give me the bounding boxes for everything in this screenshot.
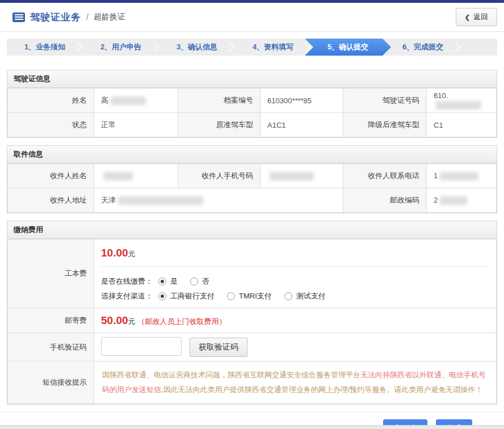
sms-tip-content: 因陕西省联通、电信运营商技术问题，陕西省互联网交通安全综合服务管理平台无法向持陕…: [94, 361, 497, 404]
step-wizard: 1、业务须知 2、用户申告 3、确认信息 4、资料填写 5、确认提交 6、完成提…: [7, 39, 497, 56]
payment-options: 是否在线缴费： 是 否 选择支付渠道：: [101, 267, 489, 308]
sms-tip-text: 因陕西省联通、电信运营商技术问题，陕西省互联网交通安全综合服务管理平台无法向持陕…: [101, 361, 489, 403]
list-icon: [12, 12, 25, 22]
work-fee-amount: 10.00元: [101, 239, 489, 267]
payment-section-title: 缴纳费用: [7, 221, 497, 239]
page-title: 驾驶证业务: [30, 11, 81, 24]
channel-test-option[interactable]: 测试支付: [284, 291, 326, 301]
original-class-label: 原准驾车型: [178, 113, 261, 137]
redacted-value: [440, 172, 478, 180]
chevron-left-icon: ❮: [465, 14, 470, 21]
downgraded-class-value: C1: [427, 113, 497, 137]
table-row: 姓名 高 档案编号 610300****85 驾驶证号码 610.: [8, 89, 497, 113]
online-pay-yes-label: 是: [170, 276, 178, 287]
breadcrumb-current: 超龄换证: [94, 12, 125, 22]
redacted-value: [103, 172, 133, 180]
step-3-confirm-info[interactable]: 3、确认信息: [159, 39, 235, 56]
channel-tmri-option[interactable]: TMRI支付: [227, 291, 272, 301]
page: 驾驶证业务 / 超龄换证 ❮ 返回 1、业务须知 2、用户申告 3、确认信息 4…: [0, 0, 504, 429]
channel-tmri-label: TMRI支付: [239, 291, 272, 301]
pay-channel-question: 选择支付渠道：: [101, 291, 153, 301]
bottom-strip: [0, 425, 504, 429]
sms-tip-segment-3: 因此无法向此类用户提供陕西省交通管理业务的网上办理/预约等服务。请此类用户避免无…: [163, 385, 483, 394]
name-label: 姓名: [8, 89, 94, 113]
table-row: 收件人姓名 收件人手机号码 收件人联系电话 1: [8, 164, 497, 188]
license-number-value: 610.: [427, 89, 497, 113]
postcode-value: 2: [427, 188, 497, 213]
recipient-phone-text: 1: [434, 171, 438, 180]
file-number-label: 档案编号: [178, 89, 261, 113]
table-row: 状态 正常 原准驾车型 A1C1 降级后准驾车型 C1: [8, 113, 497, 137]
redacted-value: [118, 196, 203, 205]
recipient-address-text: 天津: [101, 196, 116, 204]
status-label: 状态: [8, 113, 94, 137]
name-value: 高: [94, 89, 178, 113]
license-info-table: 姓名 高 档案编号 610300****85 驾驶证号码 610. 状态 正常 …: [7, 88, 497, 137]
recipient-mobile-label: 收件人手机号码: [178, 164, 261, 188]
downgraded-class-label: 降级后准驾车型: [343, 113, 427, 137]
radio-unchecked-icon[interactable]: [190, 277, 198, 285]
mail-fee-row: 邮寄费 50.00元（邮政人员上门收取费用）: [8, 308, 497, 333]
pickup-info-title: 取件信息: [7, 146, 497, 163]
radio-checked-icon[interactable]: [158, 292, 166, 300]
recipient-mobile-value: [261, 164, 343, 188]
step-5-confirm-submit-active[interactable]: 5、确认提交: [305, 39, 391, 56]
channel-icbc-label: 工商银行支付: [170, 291, 215, 301]
payment-section: 缴纳费用 工本费 10.00元 是否在线缴费： 是: [7, 221, 497, 405]
step-6-complete-submit[interactable]: 6、完成提交: [385, 39, 461, 56]
radio-unchecked-icon[interactable]: [227, 292, 235, 300]
file-number-value: 610300****85: [261, 89, 343, 113]
header: 驾驶证业务 / 超龄换证 ❮ 返回: [0, 3, 504, 32]
pickup-info-section: 取件信息 收件人姓名 收件人手机号码 收件人联系电话 1 收件人地址: [7, 145, 497, 213]
redacted-value: [436, 101, 481, 110]
recipient-phone-value: 1: [427, 164, 497, 188]
mail-fee-note: （邮政人员上门收取费用）: [138, 317, 226, 326]
recipient-name-label: 收件人姓名: [8, 164, 94, 188]
recipient-address-value: 天津: [94, 188, 343, 213]
recipient-phone-label: 收件人联系电话: [343, 164, 427, 188]
back-button[interactable]: ❮ 返回: [456, 8, 497, 26]
mail-fee-content: 50.00元（邮政人员上门收取费用）: [94, 308, 497, 333]
online-pay-yes-option[interactable]: 是: [158, 276, 178, 287]
online-pay-no-option[interactable]: 否: [190, 276, 209, 287]
pickup-info-table: 收件人姓名 收件人手机号码 收件人联系电话 1 收件人地址 天津 邮政编码: [7, 163, 497, 213]
breadcrumb: 驾驶证业务 / 超龄换证: [12, 11, 125, 24]
work-fee-content: 10.00元 是否在线缴费： 是 否: [94, 239, 497, 308]
mail-fee-currency: 元: [128, 317, 136, 326]
name-value-text: 高: [101, 96, 108, 104]
sms-tip-row: 短信接收提示 因陕西省联通、电信运营商技术问题，陕西省互联网交通安全综合服务管理…: [8, 361, 497, 404]
captcha-input[interactable]: [101, 337, 182, 356]
step-2-user-declaration[interactable]: 2、用户申告: [83, 39, 159, 56]
sms-tip-label: 短信接收提示: [8, 361, 94, 404]
captcha-content: 获取验证码: [94, 333, 497, 361]
online-pay-line: 是否在线缴费： 是 否: [101, 276, 489, 287]
step-4-fill-data[interactable]: 4、资料填写: [235, 39, 311, 56]
radio-unchecked-icon[interactable]: [284, 292, 292, 300]
mail-fee-label: 邮寄费: [8, 308, 94, 333]
back-button-label: 返回: [473, 12, 488, 22]
postcode-label: 邮政编码: [343, 188, 427, 213]
work-fee-amount-number: 10.00: [101, 247, 128, 259]
license-number-label: 驾驶证号码: [343, 89, 427, 113]
channel-test-label: 测试支付: [296, 291, 326, 301]
breadcrumb-separator: /: [86, 12, 89, 22]
table-row: 收件人地址 天津 邮政编码 2: [8, 188, 497, 213]
channel-icbc-option[interactable]: 工商银行支付: [158, 291, 215, 301]
work-fee-label: 工本费: [8, 239, 94, 308]
sms-tip-segment-1: 因陕西省联通、电信运营商技术问题，陕西省互联网交通安全综合服务管理平台: [102, 371, 360, 379]
payment-table: 工本费 10.00元 是否在线缴费： 是: [7, 239, 497, 404]
original-class-value: A1C1: [261, 113, 343, 137]
radio-checked-icon[interactable]: [158, 277, 166, 285]
mail-fee-amount-number: 50.00: [101, 314, 128, 326]
online-pay-no-label: 否: [202, 276, 209, 287]
get-captcha-button[interactable]: 获取验证码: [190, 338, 247, 357]
work-fee-currency: 元: [128, 250, 136, 258]
status-value: 正常: [94, 113, 178, 137]
recipient-name-value: [94, 164, 178, 188]
captcha-row: 手机验证码 获取验证码: [8, 333, 497, 361]
redacted-value: [270, 172, 314, 180]
step-1-business-notice[interactable]: 1、业务须知: [7, 39, 83, 56]
step-bar-filler: [461, 39, 497, 56]
license-info-title: 驾驶证信息: [7, 70, 497, 88]
license-number-text: 610.: [434, 91, 448, 100]
